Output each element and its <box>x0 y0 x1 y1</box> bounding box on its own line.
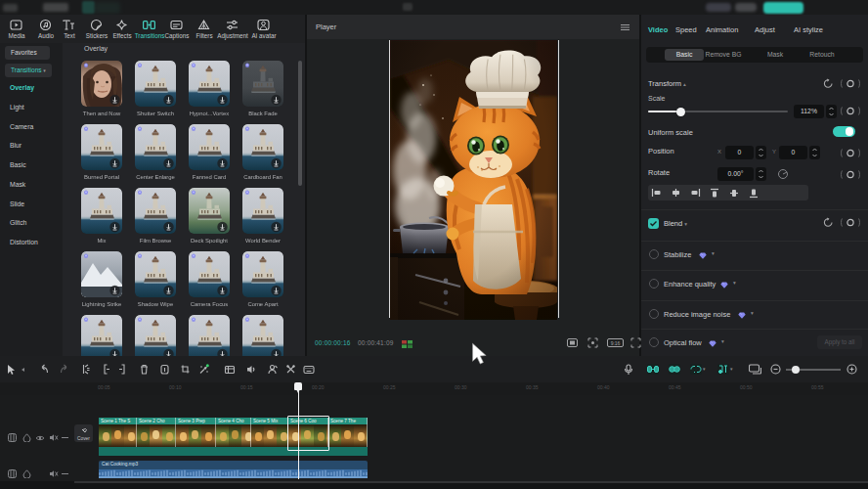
svg-text:9:16: 9:16 <box>611 340 621 346</box>
svg-text:Cover: Cover <box>77 436 90 441</box>
